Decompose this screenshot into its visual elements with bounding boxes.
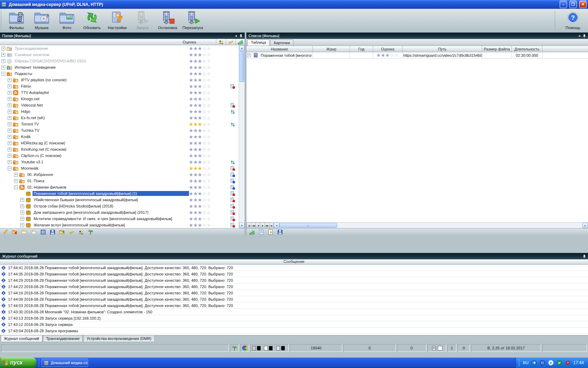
expand-icon[interactable]: + [20,211,24,214]
restart-button[interactable]: Перезапуск [180,9,205,32]
toolbar-grip[interactable] [1,10,3,31]
tree-item[interactable]: Пораженная тобой [многоголосый закадровы… [0,190,239,197]
tree-item[interactable]: −Подкасты★★★★★ [0,70,239,77]
collapse-icon[interactable]: − [1,72,5,76]
tree-item[interactable]: +01. Поиск★★★★★ [0,178,239,184]
log-entry[interactable]: 17:43:30 2018-08-28 Moonwalk "02. Новинк… [0,309,588,315]
tree-item-label[interactable]: IPTV playlists (no console) [20,77,189,82]
column-header[interactable]: Жанр [313,46,350,52]
tree-item-label[interactable]: Желания вслух [многоголосый закадровый|ф… [33,223,189,227]
tree-item-label[interactable]: Образы CD/SACD/DVD/DVD-A/BD (ISO) [14,59,189,63]
tree-item[interactable]: +Убийственная бывшая [многоголосый закад… [0,197,239,203]
rating-stars[interactable]: ★★★★★ [189,191,218,196]
users-icon[interactable] [216,39,226,45]
tree-item-label[interactable]: 00. Избранное [26,172,189,177]
record-nav-button[interactable]: ▶| [269,223,274,228]
tree-item[interactable]: +Транскодирование★★★★★ [0,45,239,52]
bottom-tab[interactable]: Журнал сообщений [1,335,42,342]
rating-stars[interactable]: ★★★★★ [189,210,218,215]
rating-stars[interactable]: ★★★★★ [189,147,218,152]
save-icon[interactable] [50,229,56,235]
rating-stars[interactable]: ★★★★★ [189,65,218,70]
record-nav-button[interactable]: ▶▶ [265,223,269,228]
rating-stars[interactable]: ★★★★★ [189,122,218,127]
collapse-icon[interactable]: − [14,185,18,189]
rating-stars[interactable]: ★★★★★ [189,84,218,89]
tray-download-icon[interactable] [565,360,570,366]
expand-icon[interactable]: + [8,135,12,139]
mosaic-icon[interactable] [40,229,46,235]
expand-icon[interactable]: + [8,116,12,120]
tree-item[interactable]: +Torrent TV★★★★★ [0,121,239,127]
close-button[interactable]: ✕ [579,1,587,8]
expand-icon[interactable]: + [8,148,12,151]
weather-icon[interactable] [31,229,37,235]
rating-stars[interactable]: ★★★★★ [189,46,218,51]
pin-icon[interactable] [583,254,586,258]
tree-item[interactable]: −02. Новинки фильмов★★★★★ [0,184,239,190]
log-entry[interactable]: 17:44:03 2018-08-28 Пораженная тобой [мн… [0,302,588,309]
record-nav-button[interactable]: |◀ [246,223,251,228]
column-header[interactable]: Длительность [512,46,542,52]
expand-icon[interactable]: + [1,66,5,69]
rating-stars[interactable]: ★★★★★ [189,78,218,82]
rating-stars[interactable]: ★★★★★ [189,204,218,209]
expand-icon[interactable]: + [8,78,12,82]
scroll-thumb[interactable] [239,51,244,82]
edit-icon[interactable] [2,229,8,235]
tree-item[interactable]: +Желания вслух [многоголосый закадровый|… [0,222,239,228]
start-button[interactable]: пуск [0,357,36,368]
expand-icon[interactable]: + [8,129,12,132]
tree-item[interactable]: +KinoKong.net (С поиском)★★★★★ [0,146,239,152]
bottom-tab[interactable]: Устройства воспроизведения (DMR) [83,335,154,342]
tree-item[interactable]: +Kodik★★★★★ [0,134,239,140]
genre-cell[interactable] [313,52,350,58]
rating-stars[interactable]: ★★★★★ [189,97,218,101]
collapse-panel-icon[interactable]: ◄ [234,34,237,38]
tree-item-label[interactable]: Транскодирование [14,46,189,51]
tree-item-label[interactable]: Интернет телевидение [14,65,189,70]
tree-item[interactable]: +Kinogo.net★★★★★ [0,96,239,102]
column-header[interactable]: Путь [402,46,482,52]
tree-vertical-scrollbar[interactable]: ▲ ▼ [239,45,245,228]
log-entry[interactable]: 17:44:09 2018-08-28 Пораженная тобой [мн… [0,296,588,302]
log-entry[interactable]: 17:44:35 2018-08-28 Пораженная тобой [мн… [0,271,588,277]
tree-item[interactable]: +TTV Autoplaylist★★★★★ [0,89,239,96]
tree-item-label[interactable]: HDRezka.ag (С поиском) [20,141,189,145]
record-nav-button[interactable]: ◀◀ [251,223,255,228]
clock[interactable]: 17:44 [573,360,584,365]
tree-item-label[interactable]: Убийственная бывшая [многоголосый закадр… [33,197,189,202]
tree-item-label[interactable]: Kodik [20,134,189,139]
tree-item[interactable]: +Filmix★★★★★ [0,83,239,89]
tree-item-label[interactable]: Youtube v3.1 [20,159,189,164]
column-header[interactable]: Размер файла [482,46,512,52]
expand-icon[interactable]: + [8,141,12,145]
pubfolder-icon[interactable] [21,229,27,235]
record-nav-button[interactable]: ◀ [255,223,260,228]
tree-item[interactable]: +Образы CD/SACD/DVD/DVD-A/BD (ISO)★★★★★ [0,58,239,64]
tree-item-label[interactable]: Kinogo.net [20,96,189,101]
delfolder-icon[interactable] [12,229,18,235]
rating-stars[interactable]: ★★★★★ [189,217,218,221]
expand-icon[interactable]: + [1,47,5,50]
tree-item[interactable]: +Videozal.Net★★★★★ [0,102,239,108]
bottom-tab[interactable]: Транскодирование [43,335,83,342]
tree-item-label[interactable]: Moonwalk [20,166,189,171]
tree-item[interactable]: +Остров собак [HDrezka Studio|фильм] (20… [0,203,239,209]
importfolder-icon[interactable] [59,229,65,235]
photo-button[interactable]: Фото [54,9,79,32]
tray-media-player-icon[interactable] [540,360,545,366]
tree-item-label[interactable]: Tuchka TV [20,128,189,133]
tray-back-icon[interactable] [531,360,537,366]
rating-stars[interactable]: ★★★★★ [189,160,218,164]
tree-item-label[interactable]: Hdgo [20,109,189,114]
tree-item[interactable]: +IPTV playlists (no console)★★★★★ [0,77,239,83]
tree-item[interactable]: +Дом завтрашнего дня [многоголосый закад… [0,209,239,216]
expand-icon[interactable]: + [14,179,18,183]
rating-stars[interactable]: ★★★★★ [189,223,218,227]
tree-item[interactable]: +Мстители справедливости: И смех, и грех… [0,216,239,222]
rating-stars[interactable]: ★★★★★ [189,103,218,108]
rating-stars[interactable]: ★★★★★ [189,71,218,76]
log-entry[interactable]: 17:44:29 2018-08-28 Пораженная тобой [мн… [0,277,588,284]
tree-item-label[interactable]: Подкасты [14,71,189,76]
